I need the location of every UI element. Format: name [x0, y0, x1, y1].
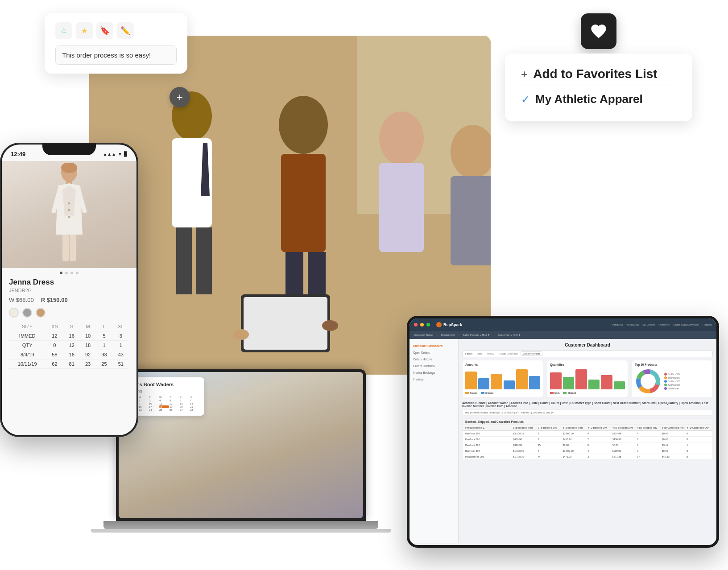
image-dots [2, 268, 136, 278]
ytd-booked-5: $471.00 [563, 455, 586, 458]
brand-name: RepSpark [443, 322, 462, 327]
product-image [2, 161, 136, 268]
quantities-title: Quantities [550, 363, 625, 366]
minimize-dot[interactable] [420, 323, 424, 326]
subnav-company: Company Demo [414, 334, 433, 336]
table-row-4: BaoPack 398 $1,090.00 4 $1,090.00 4 $990… [463, 448, 712, 454]
star-empty-icon: ☆ [55, 22, 72, 39]
sidebar-invoices[interactable]: Invoices [410, 376, 458, 383]
bar-1 [465, 372, 477, 389]
add-favorites-label: Add to Favorites List [533, 67, 657, 81]
nav-whatlists[interactable]: What Lists [626, 323, 639, 326]
filter-order-no[interactable]: Order Number [521, 351, 542, 356]
tablet-mockup: RepSpark Products What Lists My Orders O… [407, 316, 719, 548]
dot-2 [65, 272, 68, 274]
immed-xs: 12 [46, 331, 63, 341]
sidebar-orders-overview[interactable]: Orders Overview [410, 363, 458, 369]
nav-ordforms[interactable]: Ordforms [658, 323, 670, 326]
top10-chart: Top 10 Products [632, 360, 713, 398]
top10-title: Top 10 Products [635, 363, 710, 366]
my-apparel-row[interactable]: ✓ My Athletic Apparel [521, 86, 676, 112]
qbar-6 [614, 381, 625, 389]
phone-status-icons: ▲▲▲ ▼ ▊ [103, 152, 128, 157]
swatch-cream[interactable] [9, 308, 19, 318]
add-icon: + [521, 67, 528, 81]
check-icon: ✓ [521, 93, 530, 106]
star-rating-row: ☆ ★ 🔖 ✏️ [55, 22, 177, 39]
swatch-tan[interactable] [36, 308, 46, 318]
sidebar-invoice-bookings[interactable]: Invoice Bookings [410, 369, 458, 376]
svg-point-10 [379, 112, 424, 165]
nav-products[interactable]: Products [612, 323, 623, 326]
add-favorites-row[interactable]: + Add to Favorites List [521, 62, 676, 86]
date-1: 8/4/19 [9, 350, 46, 359]
date-row-1: 8/4/19 58 16 92 93 43 [9, 350, 129, 359]
cal-selected: 18 [159, 405, 169, 408]
products-table-title: Booked, Shipped, and Cancelled Products [463, 419, 712, 425]
laptop-screen-area: Men's Boot Waders Wading SMTWTFS 1234567… [116, 369, 366, 521]
table-row-3: BaoPack 397 $320.98 15 $0.00 0 $0.00 0 $… [463, 442, 712, 448]
plus-button[interactable]: + [170, 87, 190, 107]
tablet-main: Customer Dashboard Filters Date Yearly G… [459, 339, 716, 543]
sidebar-open-orders[interactable]: Open Orders [410, 349, 458, 356]
quantities-bar-chart [550, 368, 625, 390]
size-s: S [63, 322, 79, 331]
col-ytd-booked-amt: YTD Booked Amt [563, 426, 586, 429]
donut-container: BaoPack 395 BaoPack 396 BaoPack 397 BaoP… [635, 368, 710, 395]
maximize-dot[interactable] [426, 323, 430, 326]
product-name: Jenna Dress [9, 278, 129, 287]
ytd-shipped-5: $471.38 [612, 455, 636, 458]
ltb-qty-4: 4 [538, 450, 561, 452]
product-sku: JENDR20 [9, 288, 129, 293]
bar-5 [516, 369, 528, 389]
svg-rect-5 [196, 227, 212, 294]
signal-icon: ▲▲▲ [103, 152, 116, 157]
ytd-sq-1: 4 [637, 432, 660, 435]
tablet-sidebar: Customer Dashboard Open Orders Orders Hi… [410, 339, 459, 543]
ytd-booked-4: $1,090.00 [563, 450, 586, 452]
qbar-1 [550, 372, 562, 389]
cal-f: F [180, 396, 190, 399]
nav-reports[interactable]: Reports [703, 323, 712, 326]
qty-xs[interactable]: 0 [46, 341, 63, 350]
col-ltb-booked-amt: LTB Booked Amt [513, 426, 536, 429]
sidebar-orders-history[interactable]: Orders History [410, 356, 458, 363]
size-l: L [96, 322, 112, 331]
ltb-booked-5: $1,700.30 [513, 455, 536, 458]
retail-price: R $150.00 [41, 297, 68, 303]
close-dot[interactable] [414, 323, 418, 326]
review-text: This order process is so easy! [55, 45, 177, 65]
battery-icon: ▊ [124, 152, 128, 157]
ytd-sq-5: 17 [637, 455, 660, 458]
laptop-base [103, 521, 378, 529]
ltb-qty-3: 15 [538, 444, 561, 446]
sidebar-customer-dashboard[interactable]: Customer Dashboard [410, 343, 458, 349]
laptop-screen-image: Men's Boot Waders Wading SMTWTFS 1234567… [119, 372, 363, 518]
ytd-bq-5: 3 [587, 455, 611, 458]
svg-rect-26 [70, 235, 76, 261]
qty-l[interactable]: 1 [96, 341, 112, 350]
swatch-grey[interactable] [22, 308, 32, 318]
col-ltb-booked-qty: LTB Booked Qty [538, 426, 561, 429]
qty-s[interactable]: 12 [63, 341, 79, 350]
col-ytd-shipped-qty: YTD Shipped Qty [637, 426, 660, 429]
qty-m[interactable]: 18 [80, 341, 96, 350]
size-table: SIZE XS S M L XL IMMED 12 16 10 5 [9, 322, 129, 369]
ltb-qty-5: 44 [538, 455, 561, 458]
ytd-can-3: $3.41 [662, 444, 685, 446]
amounts-legend: Booked Shipped [465, 392, 540, 394]
ytd-cq-2: 0 [687, 438, 710, 441]
ltb-booked-1: $3,200.32 [513, 432, 536, 435]
add-to-favorites-card: + Add to Favorites List ✓ My Athletic Ap… [505, 54, 692, 121]
svg-point-24 [68, 216, 70, 218]
ytd-cq-4: 0 [687, 450, 710, 452]
qty-xl[interactable]: 1 [112, 341, 129, 350]
nav-orderstatus[interactable]: Order Status/Invoices [673, 323, 699, 326]
subnav-divider2: | [459, 334, 459, 336]
qbar-3 [575, 369, 587, 389]
nav-myorders[interactable]: My Orders [642, 323, 655, 326]
ytd-can-1: $0.00 [662, 432, 685, 435]
review-bubble: ☆ ★ 🔖 ✏️ This order process is so easy! [45, 13, 187, 74]
donut-svg [635, 368, 662, 395]
ltb-booked-4: $1,090.00 [513, 450, 536, 452]
